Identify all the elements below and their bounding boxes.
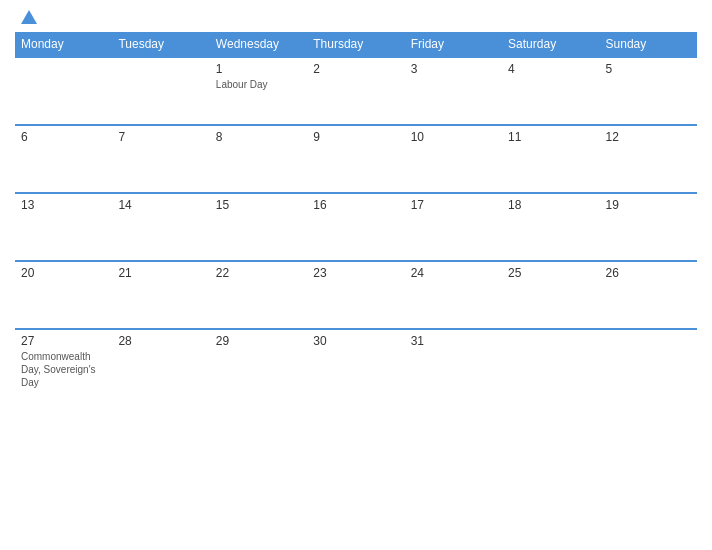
day-number: 5 (606, 62, 691, 76)
calendar-cell: 17 (405, 193, 502, 261)
weekday-header-row: MondayTuesdayWednesdayThursdayFridaySatu… (15, 32, 697, 57)
day-number: 22 (216, 266, 301, 280)
day-number: 23 (313, 266, 398, 280)
calendar-cell: 8 (210, 125, 307, 193)
day-number: 27 (21, 334, 106, 348)
day-number: 24 (411, 266, 496, 280)
day-number: 10 (411, 130, 496, 144)
calendar-cell: 26 (600, 261, 697, 329)
logo-triangle-icon (21, 10, 37, 24)
calendar-cell (600, 329, 697, 397)
calendar-cell: 28 (112, 329, 209, 397)
calendar-cell (502, 329, 599, 397)
calendar-cell: 23 (307, 261, 404, 329)
calendar-cell: 20 (15, 261, 112, 329)
day-number: 12 (606, 130, 691, 144)
weekday-header-monday: Monday (15, 32, 112, 57)
weekday-header-tuesday: Tuesday (112, 32, 209, 57)
day-number: 17 (411, 198, 496, 212)
calendar-cell: 22 (210, 261, 307, 329)
logo (15, 10, 41, 24)
weekday-header-thursday: Thursday (307, 32, 404, 57)
holiday-label: Commonwealth Day, Sovereign's Day (21, 350, 106, 389)
calendar-cell: 24 (405, 261, 502, 329)
day-number: 7 (118, 130, 203, 144)
holiday-label: Labour Day (216, 78, 301, 91)
day-number: 26 (606, 266, 691, 280)
day-number: 19 (606, 198, 691, 212)
week-row-2: 6789101112 (15, 125, 697, 193)
calendar-cell: 10 (405, 125, 502, 193)
week-row-5: 27Commonwealth Day, Sovereign's Day28293… (15, 329, 697, 397)
calendar-table: MondayTuesdayWednesdayThursdayFridaySatu… (15, 32, 697, 397)
day-number: 20 (21, 266, 106, 280)
week-row-4: 20212223242526 (15, 261, 697, 329)
calendar-cell: 9 (307, 125, 404, 193)
day-number: 16 (313, 198, 398, 212)
weekday-header-sunday: Sunday (600, 32, 697, 57)
day-number: 14 (118, 198, 203, 212)
weekday-header-wednesday: Wednesday (210, 32, 307, 57)
calendar-cell: 29 (210, 329, 307, 397)
week-row-3: 13141516171819 (15, 193, 697, 261)
calendar-cell: 25 (502, 261, 599, 329)
calendar-cell: 16 (307, 193, 404, 261)
day-number: 30 (313, 334, 398, 348)
day-number: 11 (508, 130, 593, 144)
calendar-cell: 7 (112, 125, 209, 193)
calendar-cell: 12 (600, 125, 697, 193)
calendar-cell: 5 (600, 57, 697, 125)
calendar-page: MondayTuesdayWednesdayThursdayFridaySatu… (0, 0, 712, 550)
calendar-cell: 31 (405, 329, 502, 397)
week-row-1: 1Labour Day2345 (15, 57, 697, 125)
calendar-cell: 27Commonwealth Day, Sovereign's Day (15, 329, 112, 397)
day-number: 1 (216, 62, 301, 76)
day-number: 25 (508, 266, 593, 280)
day-number: 9 (313, 130, 398, 144)
calendar-cell: 18 (502, 193, 599, 261)
calendar-cell: 11 (502, 125, 599, 193)
day-number: 21 (118, 266, 203, 280)
calendar-cell: 14 (112, 193, 209, 261)
day-number: 4 (508, 62, 593, 76)
calendar-cell (15, 57, 112, 125)
calendar-cell: 30 (307, 329, 404, 397)
header (15, 10, 697, 24)
day-number: 8 (216, 130, 301, 144)
calendar-cell: 2 (307, 57, 404, 125)
day-number: 28 (118, 334, 203, 348)
calendar-cell: 1Labour Day (210, 57, 307, 125)
calendar-cell: 15 (210, 193, 307, 261)
calendar-cell: 19 (600, 193, 697, 261)
day-number: 3 (411, 62, 496, 76)
day-number: 6 (21, 130, 106, 144)
day-number: 13 (21, 198, 106, 212)
calendar-cell: 21 (112, 261, 209, 329)
calendar-cell: 3 (405, 57, 502, 125)
weekday-header-saturday: Saturday (502, 32, 599, 57)
day-number: 2 (313, 62, 398, 76)
calendar-cell: 4 (502, 57, 599, 125)
calendar-cell (112, 57, 209, 125)
calendar-cell: 13 (15, 193, 112, 261)
day-number: 15 (216, 198, 301, 212)
day-number: 29 (216, 334, 301, 348)
weekday-header-friday: Friday (405, 32, 502, 57)
day-number: 18 (508, 198, 593, 212)
day-number: 31 (411, 334, 496, 348)
calendar-cell: 6 (15, 125, 112, 193)
